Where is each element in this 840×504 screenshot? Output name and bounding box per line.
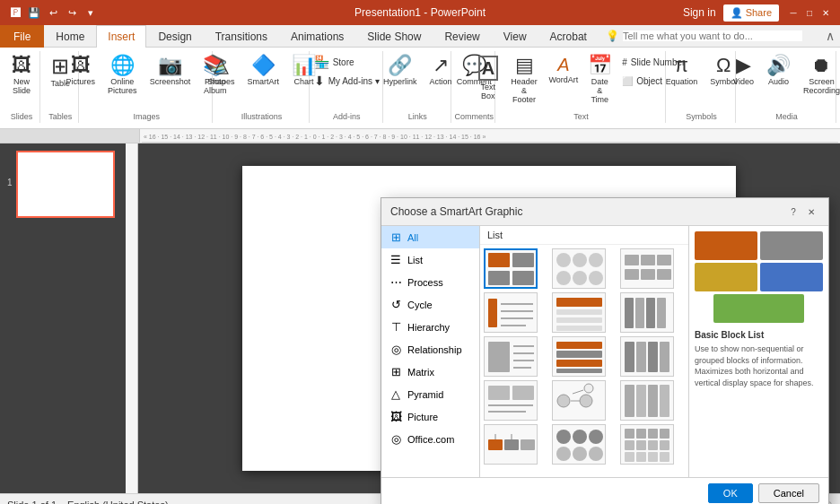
svg-rect-79: [636, 452, 646, 462]
customize-qa-button[interactable]: ▾: [83, 4, 99, 21]
audio-button[interactable]: 🔊 Audio: [762, 53, 795, 107]
smartart-icon: 🔷: [251, 56, 276, 75]
preview-cell-3: [695, 263, 757, 291]
thumb-8[interactable]: [552, 336, 606, 377]
thumb-svg-2: [555, 251, 604, 287]
category-all[interactable]: ⊞ All: [381, 226, 479, 248]
share-button[interactable]: 👤 Share: [723, 4, 779, 22]
thumb-5[interactable]: [552, 292, 606, 333]
slide-1-thumbnail[interactable]: [16, 151, 115, 218]
store-button[interactable]: 🏪 Store: [310, 53, 359, 71]
tab-design[interactable]: Design: [146, 25, 203, 48]
screenshot-button[interactable]: 📷 Screenshot: [145, 53, 196, 107]
thumb-12[interactable]: [620, 380, 674, 421]
header-footer-button[interactable]: ▤ Header& Footer: [505, 53, 544, 107]
tab-review[interactable]: Review: [433, 25, 491, 48]
tab-animations[interactable]: Animations: [279, 25, 355, 48]
textbox-button[interactable]: A TextBox: [473, 53, 503, 107]
svg-rect-30: [635, 298, 644, 328]
thumb-svg-4: [486, 295, 536, 331]
svg-rect-40: [556, 360, 602, 367]
preview-cell-4: [760, 263, 823, 291]
category-picture[interactable]: 🖼 Picture: [381, 405, 479, 428]
tell-me-input[interactable]: [623, 30, 802, 41]
svg-rect-47: [512, 386, 534, 400]
shapes-button[interactable]: △ Shapes: [203, 53, 240, 107]
category-cycle[interactable]: ↺ Cycle: [381, 293, 479, 316]
online-pictures-button[interactable]: 🌐 OnlinePictures: [103, 53, 142, 107]
svg-rect-15: [641, 255, 655, 265]
category-officecom[interactable]: ◎ Office.com: [381, 428, 479, 450]
tab-view[interactable]: View: [492, 25, 538, 48]
datetime-button[interactable]: 📅 Date &Time: [583, 53, 616, 107]
thumb-15[interactable]: [620, 424, 674, 465]
new-slide-button[interactable]: 🖼 NewSlide: [4, 53, 39, 107]
thumb-4[interactable]: [484, 292, 538, 333]
tab-transitions[interactable]: Transitions: [204, 25, 279, 48]
media-group-label: Media: [775, 112, 798, 121]
category-pyramid[interactable]: △ Pyramid: [381, 383, 479, 405]
redo-qa-button[interactable]: ↪: [64, 4, 80, 21]
svg-point-8: [556, 253, 571, 267]
equation-button[interactable]: π Equation: [661, 53, 703, 107]
maximize-button[interactable]: □: [802, 5, 817, 20]
ruler-h-marks: « 16 · 15 · 14 · 13 · 12 · 11 · 10 · 9 ·…: [140, 129, 840, 143]
undo-qa-button[interactable]: ↩: [45, 4, 61, 21]
svg-rect-55: [625, 385, 634, 417]
svg-rect-20: [488, 299, 497, 327]
thumb-11[interactable]: [552, 380, 606, 421]
video-button[interactable]: ▶ Video: [729, 53, 758, 107]
thumb-3[interactable]: [620, 248, 674, 289]
preview-title: Basic Block List: [695, 330, 823, 340]
cycle-icon: ↺: [389, 298, 403, 311]
screen-recording-button[interactable]: ⏺ ScreenRecording: [799, 53, 840, 107]
thumbnails-grid: [480, 245, 688, 477]
wordart-button[interactable]: A WordArt: [545, 53, 582, 107]
collapse-ribbon-button[interactable]: ∧: [826, 29, 835, 43]
thumb-13[interactable]: [484, 424, 538, 465]
thumb-6[interactable]: [620, 292, 674, 333]
close-button[interactable]: ✕: [818, 5, 833, 20]
dialog-help-button[interactable]: ?: [785, 204, 801, 220]
slide-info: Slide 1 of 1: [7, 500, 57, 505]
thumb-svg-6: [623, 295, 672, 331]
ok-button[interactable]: OK: [708, 483, 753, 503]
thumb-10[interactable]: [484, 380, 538, 421]
ribbon-group-slides: 🖼 NewSlide Slides: [4, 51, 40, 123]
svg-rect-69: [589, 447, 603, 461]
save-qa-button[interactable]: 💾: [26, 4, 42, 21]
category-matrix[interactable]: ⊞ Matrix: [381, 361, 479, 383]
smartart-button[interactable]: 🔷 SmartArt: [243, 53, 284, 107]
category-list-item[interactable]: ☰ List: [381, 248, 479, 271]
thumb-9[interactable]: [620, 336, 674, 377]
dialog-close-button[interactable]: ✕: [803, 204, 819, 220]
tab-home[interactable]: Home: [44, 25, 96, 48]
cancel-button[interactable]: Cancel: [758, 483, 819, 503]
svg-rect-5: [512, 253, 534, 267]
thumb-2[interactable]: [552, 248, 606, 289]
category-hierarchy[interactable]: ⊤ Hierarchy: [381, 316, 479, 338]
slides-group-items: 🖼 NewSlide: [4, 53, 39, 112]
tab-acrobat[interactable]: Acrobat: [538, 25, 599, 48]
hyperlink-button[interactable]: 🔗 Hyperlink: [379, 53, 422, 107]
textbox-icon: A: [478, 56, 498, 81]
thumb-7[interactable]: [484, 336, 538, 377]
my-addins-button[interactable]: ⬇ My Add-ins ▾: [310, 72, 384, 90]
svg-rect-43: [636, 342, 646, 372]
svg-point-10: [589, 253, 603, 267]
sign-in-button[interactable]: Sign in: [683, 6, 716, 19]
thumb-14[interactable]: [552, 424, 606, 465]
minimize-button[interactable]: ─: [786, 5, 801, 20]
svg-text:« 16 · 15 · 14 · 13 · 12 · 11 : « 16 · 15 · 14 · 13 · 12 · 11 · 10 · 9 ·…: [144, 134, 486, 140]
category-process[interactable]: ⋯ Process: [381, 271, 479, 293]
tab-insert[interactable]: Insert: [96, 25, 146, 48]
svg-rect-28: [556, 326, 602, 331]
ruler-vertical: 9 8 7 6 5 4 3 2 1 0 1 2 3 4 5 6 7 8 9: [126, 143, 138, 493]
pictures-button[interactable]: 🖼 Pictures: [62, 53, 101, 107]
tab-file[interactable]: File: [0, 25, 44, 48]
tab-slideshow[interactable]: Slide Show: [355, 25, 433, 48]
thumb-basic-block-list[interactable]: [484, 248, 538, 289]
category-relationship[interactable]: ◎ Relationship: [381, 338, 479, 361]
thumbnails-label: List: [480, 226, 688, 245]
online-pictures-icon: 🌐: [110, 56, 135, 75]
